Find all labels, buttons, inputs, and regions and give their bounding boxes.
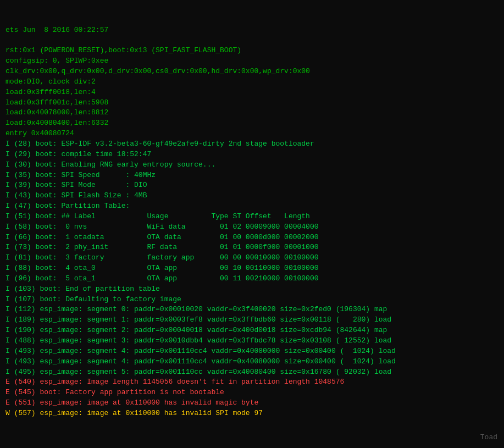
terminal-line: E (540) esp_image: Image length 1145056 … [5,377,499,388]
terminal-output: ets Jun 8 2016 00:22:57rst:0x1 (POWERON_… [5,4,499,429]
terminal-line: I (493) esp_image: segment 4: paddr=0x00… [5,357,499,367]
terminal-line: I (58) boot: 0 nvs WiFi data 01 02 00009… [5,222,499,233]
terminal-line: configsip: 0, SPIWP:0xee [5,56,499,67]
terminal-line: clk_drv:0x00,q_drv:0x00,d_drv:0x00,cs0_d… [5,67,499,77]
terminal-line: I (30) boot: Enabling RNG early entropy … [5,160,499,170]
terminal-line: load:0x3fff001c,len:5908 [5,98,499,108]
terminal-line: I (103) boot: End of partition table [5,284,499,295]
terminal-line: E (545) boot: Factory app partition is n… [5,388,499,398]
terminal-line: I (28) boot: ESP-IDF v3.2-beta3-60-gf49e… [5,139,499,150]
terminal-line: I (47) boot: Partition Table: [5,201,499,212]
terminal-line: rst:0x1 (POWERON_RESET),boot:0x13 (SPI_F… [5,46,499,56]
terminal-line: I (39) boot: SPI Mode : DIO [5,180,499,191]
terminal-line: I (112) esp_image: segment 0: paddr=0x00… [5,305,499,315]
terminal-line: I (107) boot: Defaulting to factory imag… [5,295,499,305]
terminal-line: E (551) esp_image: image at 0x110000 has… [5,398,499,408]
terminal-line: load:0x40080400,len:6332 [5,118,499,129]
terminal-line: ets Jun 8 2016 00:22:57 [5,25,499,36]
terminal-line: I (43) boot: SPI Flash Size : 4MB [5,191,499,201]
terminal-line [5,36,499,46]
terminal-line: I (35) boot: SPI Speed : 40MHz [5,170,499,181]
terminal-line: I (81) boot: 3 factory factory app 00 00… [5,253,499,263]
terminal-line: I (189) esp_image: segment 1: paddr=0x00… [5,315,499,325]
terminal-line: I (88) boot: 4 ota_0 OTA app 00 10 00110… [5,263,499,274]
terminal-line: I (495) esp_image: segment 5: paddr=0x00… [5,367,499,378]
terminal-line: I (66) boot: 1 otadata OTA data 01 00 00… [5,233,499,243]
terminal-line: load:0x40078000,len:8812 [5,108,499,118]
watermark-label: Toad [480,433,497,441]
terminal-line: I (29) boot: compile time 18:52:47 [5,150,499,160]
terminal-line: I (493) esp_image: segment 4: paddr=0x00… [5,346,499,357]
terminal-line: I (190) esp_image: segment 2: paddr=0x00… [5,325,499,336]
terminal-line: W (557) esp_image: image at 0x110000 has… [5,408,499,419]
terminal-line: entry 0x40080724 [5,129,499,139]
terminal-line: mode:DIO, clock div:2 [5,77,499,87]
terminal-line: I (96) boot: 5 ota_1 OTA app 00 11 00210… [5,274,499,284]
terminal-line: load:0x3fff0018,len:4 [5,87,499,98]
terminal-line: I (51) boot: ## Label Usage Type ST Offs… [5,212,499,222]
terminal-line: I (488) esp_image: segment 3: paddr=0x00… [5,336,499,346]
terminal-line: I (73) boot: 2 phy_init RF data 01 01 00… [5,242,499,253]
